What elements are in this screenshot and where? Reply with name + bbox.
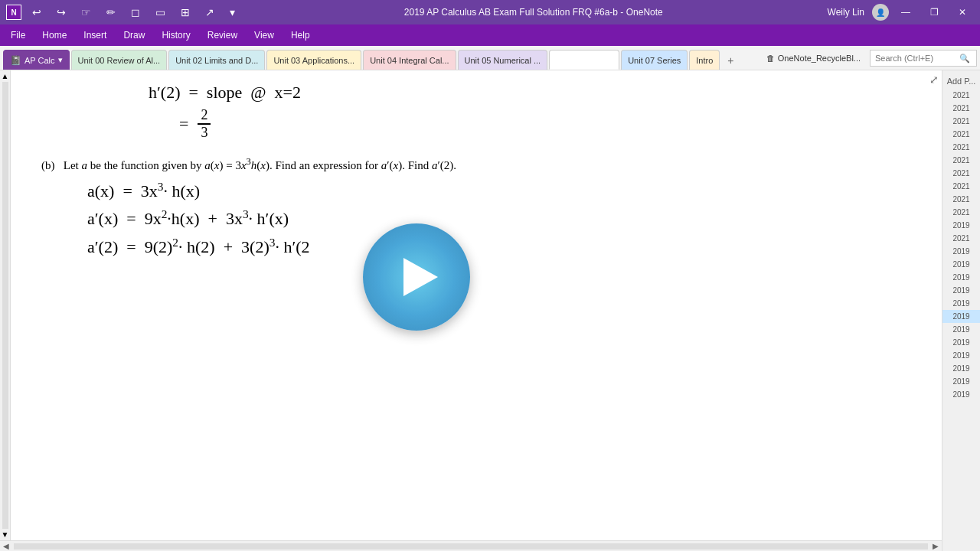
tab-unit06-label: Unit 06 Review	[556, 55, 612, 64]
part-b-description: (b) Let a be the function given by a(x) …	[41, 156, 911, 172]
back-button[interactable]: ↩	[28, 5, 46, 20]
add-page-button[interactable]: Add P...	[944, 73, 979, 89]
year-2021-11[interactable]: 2021	[942, 232, 980, 245]
year-2019-11[interactable]: 2019	[942, 362, 980, 375]
pen-button[interactable]: ✏	[102, 5, 120, 20]
tab-unit06[interactable]: Unit 06 Review	[549, 50, 619, 70]
recycle-label: OneNote_RecycleBl...	[778, 54, 861, 63]
tab-unit00[interactable]: Unit 00 Review of Al...	[71, 50, 168, 70]
year-2021-1[interactable]: 2021	[942, 89, 980, 102]
tab-intro-label: Intro	[696, 56, 713, 65]
play-button[interactable]	[363, 223, 470, 331]
titlebar: N ↩ ↪ ☞ ✏ ◻ ▭ ⊞ ↗ ▾ 2019 AP Calculus AB …	[0, 0, 980, 24]
tab-unit05[interactable]: Unit 05 Numerical ...	[458, 50, 548, 70]
tab-unit05-label: Unit 05 Numerical ...	[465, 56, 541, 65]
year-2021-5[interactable]: 2021	[942, 141, 980, 154]
menu-review[interactable]: Review	[200, 28, 245, 43]
year-2021-9[interactable]: 2021	[942, 193, 980, 206]
window-title: 2019 AP Calculus AB Exam Full Solution F…	[240, 7, 828, 18]
restore-button[interactable]: ❐	[923, 5, 946, 19]
notebook-selector[interactable]: 📓 AP Calc ▾	[3, 50, 70, 70]
scroll-left-icon[interactable]: ◀	[0, 542, 12, 550]
tab-unit03-label: Unit 03 Applications...	[273, 56, 354, 65]
main-area: ⤢ ▲ ▼ h′(2) = slope @ x=2 = 2 3	[0, 70, 980, 551]
menu-history[interactable]: History	[154, 28, 198, 43]
year-2021-8[interactable]: 2021	[942, 180, 980, 193]
search-icon: 🔍	[959, 54, 970, 64]
year-2019-12[interactable]: 2019	[942, 375, 980, 388]
menu-help[interactable]: Help	[283, 28, 318, 43]
tab-unit04[interactable]: Unit 04 Integral Cal...	[363, 50, 456, 70]
recycle-bin-tab[interactable]: 🗑 OneNote_RecycleBl...	[760, 51, 867, 65]
year-2019-7[interactable]: 2019	[942, 310, 980, 323]
tabs-right: 🗑 OneNote_RecycleBl... 🔍	[760, 50, 977, 70]
year-2021-3[interactable]: 2021	[942, 115, 980, 128]
notebook-label: AP Calc	[24, 56, 55, 65]
menu-home[interactable]: Home	[34, 28, 74, 43]
tab-unit00-label: Unit 00 Review of Al...	[78, 56, 161, 65]
tab-unit07[interactable]: Unit 07 Series	[621, 50, 688, 70]
onenote-logo-icon: N	[6, 5, 21, 20]
year-2019-8[interactable]: 2019	[942, 323, 980, 336]
username-label: Weily Lin	[828, 7, 864, 18]
menubar: File Home Insert Draw History Review Vie…	[0, 24, 980, 46]
year-2019-3[interactable]: 2019	[942, 258, 980, 271]
year-2019-1[interactable]: 2019	[942, 219, 980, 232]
tab-intro[interactable]: Intro	[689, 50, 720, 70]
scroll-track-v	[2, 82, 8, 529]
scroll-down-icon[interactable]: ▼	[2, 530, 9, 539]
year-2021-7[interactable]: 2021	[942, 167, 980, 180]
menu-draw[interactable]: Draw	[116, 28, 152, 43]
expand-button[interactable]: ⊞	[176, 5, 194, 20]
year-2021-4[interactable]: 2021	[942, 128, 980, 141]
equation-h-prime: h′(2) = slope @ x=2	[41, 83, 911, 103]
minimize-button[interactable]: —	[893, 5, 918, 19]
tabsbar: 📓 AP Calc ▾ Unit 00 Review of Al... Unit…	[0, 46, 980, 70]
tab-unit07-label: Unit 07 Series	[628, 56, 681, 65]
equation-result: = 2 3	[41, 107, 911, 141]
tab-unit04-label: Unit 04 Integral Cal...	[370, 56, 449, 65]
arrow-button[interactable]: ↗	[201, 5, 219, 20]
menu-file[interactable]: File	[3, 28, 33, 43]
forward-button[interactable]: ↪	[52, 5, 70, 20]
equation-ax: a(x) = 3x3· h(x)	[41, 180, 911, 201]
eraser-button[interactable]: ◻	[126, 5, 145, 20]
add-tab-button[interactable]: +	[721, 51, 740, 70]
user-avatar[interactable]: 👤	[872, 4, 889, 21]
year-2019-10[interactable]: 2019	[942, 349, 980, 362]
monitor-button[interactable]: ▭	[151, 5, 170, 20]
titlebar-left: N ↩ ↪ ☞ ✏ ◻ ▭ ⊞ ↗ ▾	[6, 5, 240, 20]
year-2019-2[interactable]: 2019	[942, 245, 980, 258]
content-area: ⤢ ▲ ▼ h′(2) = slope @ x=2 = 2 3	[0, 70, 942, 551]
equation-aprime-x: a′(x) = 9x2·h(x) + 3x3· h′(x)	[41, 207, 911, 229]
scroll-track-h	[14, 543, 928, 549]
close-button[interactable]: ✕	[951, 5, 974, 19]
notebook-dropdown-icon: ▾	[58, 55, 63, 65]
scroll-right-icon[interactable]: ▶	[929, 542, 942, 550]
year-2019-5[interactable]: 2019	[942, 284, 980, 297]
bottom-scrollbar: ◀ ▶	[0, 540, 942, 551]
search-input[interactable]	[875, 54, 959, 63]
year-2021-6[interactable]: 2021	[942, 154, 980, 167]
titlebar-right: Weily Lin 👤 — ❐ ✕	[828, 4, 974, 21]
notebook-icon: 📓	[10, 55, 21, 66]
tab-unit02-label: Unit 02 Limits and D...	[175, 56, 258, 65]
equation-aprime-2: a′(2) = 9(2)2· h(2) + 3(2)3· h′(2	[41, 236, 911, 257]
menu-view[interactable]: View	[247, 28, 282, 43]
tab-unit03[interactable]: Unit 03 Applications...	[266, 50, 361, 70]
search-box[interactable]: 🔍	[870, 50, 977, 67]
tab-unit02[interactable]: Unit 02 Limits and D...	[168, 50, 265, 70]
year-2019-6[interactable]: 2019	[942, 297, 980, 310]
year-2019-13[interactable]: 2019	[942, 388, 980, 401]
year-2021-2[interactable]: 2021	[942, 102, 980, 115]
menu-insert[interactable]: Insert	[76, 28, 114, 43]
extra-button[interactable]: ▾	[225, 5, 240, 20]
year-2019-9[interactable]: 2019	[942, 336, 980, 349]
right-sidebar: Add P... 2021 2021 2021 2021 2021 2021 2…	[942, 70, 980, 551]
touch-button[interactable]: ☞	[77, 5, 96, 20]
year-2019-4[interactable]: 2019	[942, 271, 980, 284]
page-canvas: h′(2) = slope @ x=2 = 2 3 (b) Let a be t…	[11, 70, 942, 540]
year-2021-10[interactable]: 2021	[942, 206, 980, 219]
scroll-up-icon[interactable]: ▲	[2, 72, 9, 80]
